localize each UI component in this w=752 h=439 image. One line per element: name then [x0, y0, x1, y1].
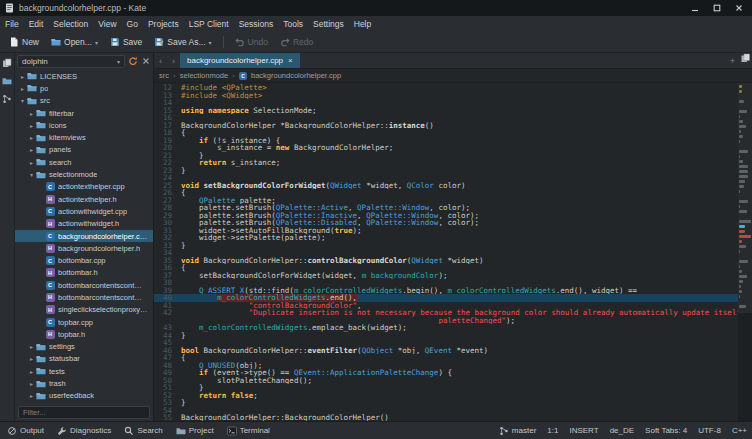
- expander-icon[interactable]: ▸: [18, 73, 27, 80]
- tree-item-actionwithwidget-h[interactable]: Hactionwithwidget.h: [15, 218, 153, 230]
- expander-icon[interactable]: ▸: [27, 146, 36, 153]
- tree-item-trash[interactable]: ▸trash: [15, 377, 153, 389]
- menu-selection[interactable]: Selection: [48, 17, 93, 31]
- tab-close-icon[interactable]: ×: [288, 56, 293, 65]
- menu-projects[interactable]: Projects: [143, 17, 184, 31]
- project-selector[interactable]: dolphin ▾: [17, 55, 125, 68]
- menu-file[interactable]: File: [0, 17, 24, 31]
- status-de-de[interactable]: de_DE: [610, 426, 634, 435]
- filesystem-icon[interactable]: [2, 76, 12, 86]
- menu-sessions[interactable]: Sessions: [234, 17, 279, 31]
- tree-item-backgroundcolorhelper-c[interactable]: Cbackgroundcolorhelper.c…: [15, 230, 153, 242]
- tree-item-selectionmode[interactable]: ▾selectionmode: [15, 168, 153, 180]
- toolview-toggle-terminal[interactable]: Terminal: [225, 426, 272, 436]
- status-soft-tabs-4[interactable]: Soft Tabs: 4: [645, 426, 687, 435]
- line-number: 55: [154, 414, 176, 421]
- title-bar[interactable]: backgroundcolorhelper.cpp - Kate: [0, 0, 752, 16]
- tree-item-backgroundcolorhelper-h[interactable]: Hbackgroundcolorhelper.h: [15, 242, 153, 254]
- tab-next-icon[interactable]: ›: [167, 53, 180, 68]
- tree-item-settings[interactable]: ▸settings: [15, 341, 153, 353]
- tree-item-actionwithwidget-cpp[interactable]: Cactionwithwidget.cpp: [15, 205, 153, 217]
- status-insert[interactable]: INSERT: [569, 426, 598, 435]
- tree-item-statusbar[interactable]: ▸statusbar: [15, 353, 153, 365]
- tree-item-actiontexthelper-h[interactable]: Hactiontexthelper.h: [15, 193, 153, 205]
- filter-input[interactable]: [18, 406, 150, 419]
- expander-icon[interactable]: ▸: [18, 85, 27, 92]
- undo-button[interactable]: Undo: [230, 35, 273, 49]
- close-panel-icon[interactable]: [141, 56, 151, 66]
- breadcrumb-item-backgroundcolorhelper-cpp[interactable]: backgroundcolorhelper.cpp: [251, 71, 341, 80]
- open-button[interactable]: Open...▾: [46, 35, 103, 49]
- documents-list-icon[interactable]: [739, 53, 752, 63]
- expander-icon[interactable]: ▾: [18, 97, 27, 104]
- save-button[interactable]: Save: [105, 35, 147, 49]
- expander-icon[interactable]: ▸: [27, 355, 36, 362]
- tree-item-bottombarcontentscont[interactable]: Cbottombarcontentscont…: [15, 279, 153, 291]
- tree-item-bottombar-h[interactable]: Hbottombar.h: [15, 267, 153, 279]
- menu-help[interactable]: Help: [349, 17, 376, 31]
- projects-icon[interactable]: [2, 94, 12, 104]
- close-window-icon[interactable]: [734, 3, 744, 13]
- code-line-34: 34: [154, 249, 738, 257]
- save-as-button[interactable]: Save As...▾: [149, 35, 216, 49]
- header-file-icon: H: [45, 305, 55, 315]
- tree-item-licenses[interactable]: ▸LICENSES: [15, 70, 153, 82]
- menu-edit[interactable]: Edit: [24, 17, 49, 31]
- code-area[interactable]: 12#include <QPalette>13#include <QWidget…: [154, 83, 738, 421]
- minimap-scrollbar[interactable]: [738, 83, 752, 421]
- expander-icon[interactable]: ▸: [27, 343, 36, 350]
- expander-icon[interactable]: ▸: [27, 392, 36, 399]
- tree-item-icons[interactable]: ▸icons: [15, 119, 153, 131]
- tree-item-singleclickselectionproxy[interactable]: Hsingleclickselectionproxy…: [15, 304, 153, 316]
- code-line-29: 29 palette.setBrush(QPalette::Inactive, …: [154, 212, 738, 220]
- status-utf-8[interactable]: UTF-8: [698, 426, 721, 435]
- expander-icon[interactable]: ▾: [27, 171, 36, 178]
- breadcrumb-item-src[interactable]: src: [159, 71, 169, 80]
- expander-icon[interactable]: ▸: [27, 122, 36, 129]
- expander-icon[interactable]: ▸: [27, 134, 36, 141]
- breadcrumb-item-selectionmode[interactable]: selectionmode: [180, 71, 228, 80]
- menu-settings[interactable]: Settings: [308, 17, 349, 31]
- menu-view[interactable]: View: [93, 17, 121, 31]
- menubar: FileEditSelectionViewGoProjectsLSP Clien…: [0, 16, 752, 32]
- reload-project-icon[interactable]: [128, 56, 138, 66]
- status-c++[interactable]: C++: [732, 426, 747, 435]
- status-1-1[interactable]: 1:1: [547, 426, 558, 435]
- tab-active[interactable]: backgroundcolorhelper.cpp ×: [180, 53, 300, 68]
- tree-item-search[interactable]: ▸search: [15, 156, 153, 168]
- menu-go[interactable]: Go: [122, 17, 143, 31]
- tree-item-topbar-h[interactable]: Htopbar.h: [15, 328, 153, 340]
- expander-icon[interactable]: ▸: [27, 110, 36, 117]
- maximize-icon[interactable]: [712, 3, 722, 13]
- toolview-toggle-output[interactable]: Output: [5, 426, 46, 436]
- new-tab-icon[interactable]: +: [726, 53, 739, 68]
- tree-item-topbar-cpp[interactable]: Ctopbar.cpp: [15, 316, 153, 328]
- tree-item-po[interactable]: ▸po: [15, 82, 153, 94]
- redo-button[interactable]: Redo: [275, 35, 318, 49]
- tree-item-userfeedback[interactable]: ▸userfeedback: [15, 390, 153, 402]
- expander-icon[interactable]: ▸: [27, 368, 36, 375]
- expander-icon[interactable]: ▸: [27, 380, 36, 387]
- tree-item-tests[interactable]: ▸tests: [15, 365, 153, 377]
- tree-item-filterbar[interactable]: ▸filterbar: [15, 107, 153, 119]
- tree-item-src[interactable]: ▾src: [15, 95, 153, 107]
- tree-item-panels[interactable]: ▸panels: [15, 144, 153, 156]
- tab-prev-icon[interactable]: ‹: [154, 53, 167, 68]
- folder-icon: [36, 133, 46, 143]
- toolview-toggle-diagnostics[interactable]: Diagnostics: [55, 426, 113, 436]
- tree-item-bottombarcontentscont[interactable]: Hbottombarcontentscont…: [15, 291, 153, 303]
- tree-item-actiontexthelper-cpp[interactable]: Cactiontexthelper.cpp: [15, 181, 153, 193]
- documents-icon[interactable]: [2, 58, 12, 68]
- expander-icon[interactable]: ▸: [27, 159, 36, 166]
- status-label: master: [512, 426, 536, 435]
- tree-item-bottombar-cpp[interactable]: Cbottombar.cpp: [15, 254, 153, 266]
- menu-lsp-client[interactable]: LSP Client: [184, 17, 234, 31]
- toolview-toggle-search[interactable]: Search: [122, 426, 164, 436]
- toolview-toggle-project[interactable]: Project: [174, 426, 216, 436]
- minimize-icon[interactable]: [690, 3, 700, 13]
- status-master[interactable]: master: [499, 426, 536, 436]
- menu-tools[interactable]: Tools: [278, 17, 308, 31]
- new-button[interactable]: New: [4, 35, 44, 49]
- tree-item-kitemviews[interactable]: ▸kitemviews: [15, 131, 153, 143]
- minimap-viewport[interactable]: [738, 83, 752, 313]
